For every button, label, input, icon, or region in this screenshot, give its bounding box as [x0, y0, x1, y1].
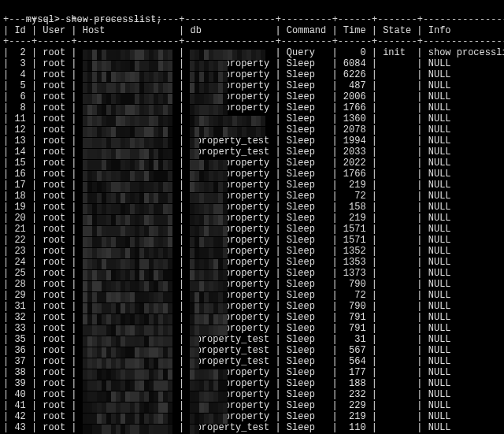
- cell-db-visible: property: [224, 158, 270, 169]
- cell-user: root: [43, 356, 65, 367]
- cell-host-redacted: [83, 325, 173, 336]
- cell-host-redacted: [83, 105, 173, 115]
- cell-command: Sleep: [287, 69, 326, 80]
- cell-db: property: [190, 400, 269, 411]
- cell-db-redacted-prefix: [190, 325, 224, 336]
- cell-command: Sleep: [287, 422, 326, 433]
- cell-db: [190, 113, 269, 124]
- cell-host-redacted: [83, 380, 173, 391]
- cell-db-redacted-prefix: [190, 204, 224, 214]
- cell-db: property: [190, 158, 269, 169]
- cell-db-visible: property: [224, 191, 270, 202]
- cell-command: Sleep: [287, 400, 326, 411]
- cell-info: NULL: [428, 113, 504, 124]
- table-row: | 5 | root | | property | Sleep | 487 | …: [3, 80, 501, 91]
- cell-time: 110: [343, 422, 366, 433]
- cell-command: Sleep: [287, 202, 326, 213]
- table-row: | 18 | root | | property | Sleep | 72 | …: [3, 191, 501, 202]
- table-border-top: +----+------+------------------+--------…: [3, 14, 501, 25]
- cell-time: 564: [343, 356, 366, 367]
- cell-command: Sleep: [287, 58, 326, 69]
- cell-db-visible: property: [224, 323, 270, 334]
- cell-id: 42: [14, 411, 25, 422]
- cell-db: property: [190, 290, 269, 301]
- cell-host-redacted: [83, 369, 173, 380]
- cell-time: 790: [343, 301, 366, 312]
- cell-user: root: [43, 180, 65, 191]
- cell-info: NULL: [428, 378, 504, 389]
- cell-db: property: [190, 246, 269, 257]
- cell-db-redacted-prefix: [190, 270, 224, 280]
- cell-user: root: [43, 91, 65, 102]
- cell-db-redacted-prefix: [190, 116, 269, 126]
- cell-info: NULL: [428, 312, 504, 323]
- cell-info: NULL: [428, 389, 504, 400]
- cell-id: 41: [14, 400, 25, 411]
- cell-host-redacted: [83, 414, 173, 424]
- cell-command: Sleep: [287, 312, 326, 323]
- cell-id: 8: [14, 102, 25, 113]
- cell-command: Sleep: [287, 124, 326, 135]
- cell-db-redacted-prefix: [190, 281, 224, 291]
- cell-id: 18: [14, 191, 25, 202]
- col-header-user: User: [43, 25, 65, 36]
- cell-user: root: [43, 235, 65, 246]
- cell-command: Sleep: [287, 290, 326, 301]
- cell-db: property: [190, 279, 269, 290]
- cell-user: root: [43, 257, 65, 268]
- cell-host-redacted: [83, 303, 173, 313]
- cell-command: Sleep: [287, 323, 326, 334]
- cell-info: NULL: [428, 356, 504, 367]
- col-header-command: Command: [287, 25, 326, 36]
- cell-command: Sleep: [287, 334, 326, 345]
- cell-id: 40: [14, 389, 25, 400]
- cell-host-redacted: [83, 292, 173, 302]
- cell-host-redacted: [83, 182, 173, 192]
- prompt-line: mysql> show processlist;: [3, 3, 501, 14]
- cell-db: property: [190, 268, 269, 279]
- mysql-terminal[interactable]: mysql> show processlist; +----+------+--…: [0, 0, 504, 434]
- cell-info: show processlist: [428, 47, 504, 58]
- table-row: | 42 | root | | property | Sleep | 219 |…: [3, 411, 501, 422]
- cell-id: 19: [14, 202, 25, 213]
- cell-db-visible: property: [224, 80, 270, 91]
- cell-db-visible: property: [224, 411, 270, 422]
- cell-db-visible: property: [224, 69, 270, 80]
- cell-id: 39: [14, 378, 25, 389]
- cell-command: Sleep: [287, 80, 326, 91]
- cell-command: Sleep: [287, 147, 326, 158]
- cell-user: root: [43, 400, 65, 411]
- cell-time: 177: [343, 367, 366, 378]
- cell-info: NULL: [428, 367, 504, 378]
- cell-time: 1360: [343, 113, 366, 124]
- cell-command: Sleep: [287, 102, 326, 113]
- cell-user: root: [43, 378, 65, 389]
- cell-host-redacted: [83, 425, 173, 434]
- cell-id: 4: [14, 69, 25, 80]
- cell-info: NULL: [428, 213, 504, 224]
- cell-user: root: [43, 102, 65, 113]
- cell-info: NULL: [428, 235, 504, 246]
- cell-db-redacted-prefix: [190, 61, 224, 71]
- cell-time: 6084: [343, 58, 366, 69]
- table-row: | 13 | root | | property_test | Sleep | …: [3, 135, 501, 147]
- cell-time: 487: [343, 80, 366, 91]
- cell-command: Sleep: [287, 279, 326, 290]
- cell-db-redacted-prefix: [190, 182, 224, 192]
- cell-time: 1571: [343, 224, 366, 235]
- cell-command: Sleep: [287, 378, 326, 389]
- col-header-db: db: [190, 25, 269, 36]
- cell-user: root: [43, 279, 65, 290]
- cell-db-visible: property: [224, 180, 270, 191]
- table-row: | 11 | root | | | Sleep | 1360 | | NULL …: [3, 113, 501, 124]
- cell-db-visible: property_test: [196, 345, 270, 356]
- cell-user: root: [43, 113, 65, 124]
- cell-id: 21: [14, 224, 25, 235]
- cell-db: property_test: [190, 356, 269, 367]
- cell-user: root: [43, 213, 65, 224]
- cell-db-visible: property: [224, 246, 270, 257]
- cell-db-redacted-prefix: [190, 72, 224, 82]
- table-row: | 16 | root | | property | Sleep | 1766 …: [3, 169, 501, 180]
- cell-host-redacted: [83, 94, 173, 104]
- cell-info: NULL: [428, 158, 504, 169]
